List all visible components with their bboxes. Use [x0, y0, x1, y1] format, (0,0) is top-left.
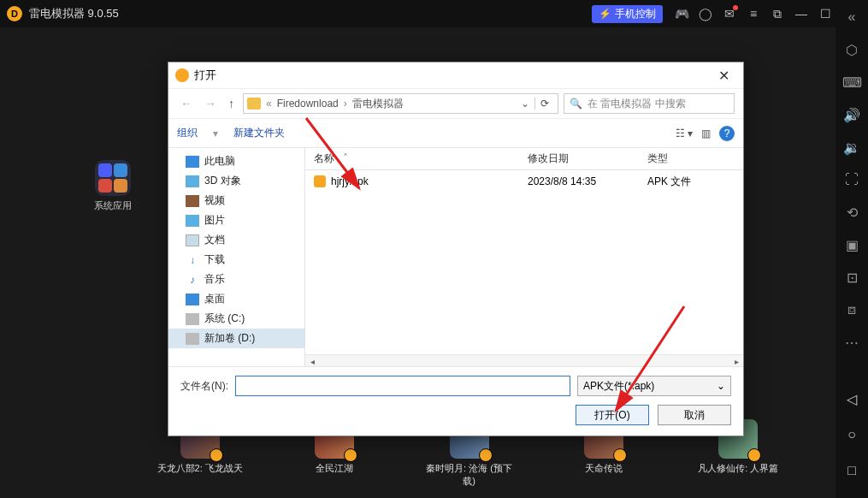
- filter-label: APK文件(*.apk): [583, 379, 654, 394]
- recent-nav-icon[interactable]: □: [841, 460, 862, 481]
- gamepad-icon[interactable]: 🎮: [670, 2, 694, 26]
- dialog-navbar: ← → ↑ « Firedownload › 雷电模拟器 ⌄ ⟳ 🔍 在 雷电模…: [168, 88, 743, 119]
- breadcrumb-seg2[interactable]: 雷电模拟器: [352, 97, 404, 111]
- shelf-label: 秦时明月: 沧海 (预下载): [426, 463, 512, 486]
- multi-instance-icon[interactable]: ⧈: [841, 299, 862, 320]
- tree-pictures[interactable]: 图片: [168, 210, 304, 230]
- bolt-icon: ⚡: [599, 8, 611, 20]
- cancel-button[interactable]: 取消: [658, 405, 731, 425]
- shelf-label: 天龙八部2: 飞龙战天: [157, 463, 243, 473]
- scroll-right-icon[interactable]: ▸: [729, 355, 743, 366]
- maximize-button[interactable]: ☐: [813, 2, 837, 26]
- dialog-title: 打开: [194, 68, 216, 83]
- file-date: 2023/8/8 14:35: [519, 175, 639, 187]
- back-nav-icon[interactable]: ◁: [841, 388, 862, 409]
- minimize-button[interactable]: —: [789, 2, 813, 26]
- address-dropdown-icon[interactable]: ⌄: [521, 98, 529, 110]
- record-icon[interactable]: ⊡: [841, 267, 862, 288]
- screenshot-icon[interactable]: ▣: [841, 234, 862, 255]
- side-toolbar: « ⬡ ⌨ 🔊 🔉 ⛶ ⟲ ▣ ⊡ ⧈ ⋯ ◁ ○ □: [836, 0, 868, 498]
- shelf-label: 全民江湖: [316, 463, 353, 473]
- phone-control-button[interactable]: ⚡ 手机控制: [592, 5, 663, 23]
- file-list-panel: 名称 ˄ 修改日期 类型 hjrjy.apk 2023/8/8 14:35 AP…: [305, 148, 743, 366]
- filename-input[interactable]: [235, 376, 570, 396]
- more-icon[interactable]: ⋯: [841, 332, 862, 353]
- tree-music[interactable]: ♪音乐: [168, 270, 304, 289]
- tree-this-pc[interactable]: 此电脑: [168, 151, 304, 171]
- nav-forward-button[interactable]: →: [201, 97, 220, 110]
- file-name: hjrjy.apk: [331, 175, 369, 187]
- file-row[interactable]: hjrjy.apk 2023/8/8 14:35 APK 文件: [305, 170, 743, 193]
- search-input[interactable]: 🔍 在 雷电模拟器 中搜索: [564, 93, 735, 114]
- shelf-label: 天命传说: [585, 463, 623, 473]
- tree-c-drive[interactable]: 系统 (C:): [168, 309, 304, 329]
- new-folder-button[interactable]: 新建文件夹: [233, 126, 285, 140]
- nav-back-button[interactable]: ←: [177, 97, 196, 110]
- view-mode-icon[interactable]: ☷ ▾: [676, 127, 693, 139]
- collapse-icon[interactable]: «: [841, 7, 862, 27]
- app-titlebar: D 雷电模拟器 9.0.55 ⚡ 手机控制 🎮 ◯ ✉ ≡ ⧉ — ☐ ✕: [0, 0, 868, 27]
- system-app-folder[interactable]: 系统应用: [94, 160, 132, 212]
- fullscreen-icon[interactable]: ⛶: [841, 169, 862, 190]
- file-list-header: 名称 ˄ 修改日期 类型: [305, 148, 743, 170]
- apk-file-icon: [314, 175, 326, 187]
- tree-desktop[interactable]: 桌面: [168, 289, 304, 309]
- settings-gear-icon[interactable]: ⬡: [841, 39, 862, 60]
- scroll-left-icon[interactable]: ◂: [305, 355, 319, 366]
- dialog-titlebar: 打开 ✕: [168, 62, 743, 88]
- address-bar[interactable]: « Firedownload › 雷电模拟器 ⌄ ⟳: [243, 93, 558, 114]
- volume-up-icon[interactable]: 🔊: [841, 104, 862, 125]
- filename-label: 文件名(N):: [180, 379, 228, 394]
- dialog-toolbar: 组织 ▾ 新建文件夹 ☷ ▾ ▥ ?: [168, 119, 743, 148]
- file-type: APK 文件: [639, 175, 743, 189]
- col-name[interactable]: 名称 ˄: [305, 151, 519, 166]
- phone-control-label: 手机控制: [615, 7, 656, 21]
- nav-up-button[interactable]: ↑: [225, 97, 238, 110]
- col-date[interactable]: 修改日期: [519, 151, 639, 166]
- system-app-label: 系统应用: [94, 200, 132, 210]
- col-type[interactable]: 类型: [639, 151, 743, 166]
- refresh-icon[interactable]: ⟲: [841, 202, 862, 222]
- search-icon: 🔍: [570, 98, 582, 110]
- tree-videos[interactable]: 视频: [168, 191, 304, 210]
- refresh-address-icon[interactable]: ⟳: [534, 98, 554, 110]
- organize-menu[interactable]: 组织: [177, 126, 198, 140]
- app-logo-icon: D: [7, 6, 22, 21]
- breadcrumb-seg1[interactable]: Firedownload: [277, 98, 339, 110]
- keyboard-icon[interactable]: ⌨: [841, 72, 862, 92]
- folder-tree: 此电脑 3D 对象 视频 图片 文档 ↓下载 ♪音乐 桌面 系统 (C:) 新加…: [168, 148, 305, 366]
- app-title: 雷电模拟器 9.0.55: [29, 6, 119, 21]
- tree-3d-objects[interactable]: 3D 对象: [168, 171, 304, 191]
- horizontal-scrollbar[interactable]: ◂ ▸: [305, 354, 743, 366]
- home-nav-icon[interactable]: ○: [841, 424, 862, 445]
- preview-pane-icon[interactable]: ▥: [701, 127, 711, 139]
- shelf-label: 凡人修仙传: 人界篇: [698, 463, 778, 473]
- menu-icon[interactable]: ≡: [741, 2, 765, 26]
- help-icon[interactable]: ?: [719, 126, 735, 141]
- mail-icon[interactable]: ✉: [717, 2, 741, 26]
- search-placeholder: 在 雷电模拟器 中搜索: [588, 97, 686, 111]
- file-open-dialog: 打开 ✕ ← → ↑ « Firedownload › 雷电模拟器 ⌄ ⟳ 🔍 …: [168, 62, 744, 436]
- tree-documents[interactable]: 文档: [168, 230, 304, 250]
- folder-icon: [247, 98, 261, 110]
- file-filter-dropdown[interactable]: APK文件(*.apk) ⌄: [577, 376, 731, 396]
- user-icon[interactable]: ◯: [694, 2, 717, 26]
- dialog-footer: 文件名(N): APK文件(*.apk) ⌄ 打开(O) 取消: [168, 366, 743, 436]
- pip-icon[interactable]: ⧉: [765, 2, 789, 26]
- dialog-logo-icon: [175, 68, 189, 82]
- tree-d-drive[interactable]: 新加卷 (D:): [168, 329, 304, 348]
- chevron-down-icon: ⌄: [717, 380, 725, 392]
- dialog-close-button[interactable]: ✕: [711, 68, 736, 84]
- tree-downloads[interactable]: ↓下载: [168, 250, 304, 270]
- volume-down-icon[interactable]: 🔉: [841, 137, 862, 157]
- open-button[interactable]: 打开(O): [576, 405, 649, 425]
